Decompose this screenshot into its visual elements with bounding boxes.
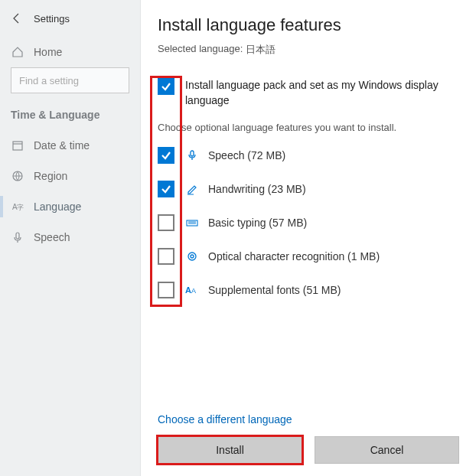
svg-rect-6: [191, 151, 194, 156]
home-icon: [11, 45, 24, 59]
checkbox-basic-typing[interactable]: [158, 214, 174, 231]
checkbox-fonts[interactable]: [158, 282, 174, 298]
sidebar-item-date-time[interactable]: Date & time: [0, 130, 140, 161]
sidebar-item-label: Speech: [34, 231, 70, 243]
checkbox-ocr[interactable]: [158, 248, 174, 265]
sidebar: Settings Home Time & Language Date & tim…: [0, 0, 141, 476]
feature-row-fonts: AA Supplemental fonts (51 MB): [158, 282, 459, 298]
svg-point-11: [188, 253, 196, 260]
back-icon[interactable]: [11, 12, 23, 24]
cancel-button[interactable]: Cancel: [315, 436, 459, 464]
sidebar-item-label: Region: [34, 170, 67, 182]
optional-features-desc: Choose optional language features you wa…: [158, 122, 459, 133]
svg-text:字: 字: [17, 204, 24, 211]
svg-text:A: A: [185, 285, 191, 295]
install-button[interactable]: Install: [158, 436, 302, 464]
selected-language-label: Selected language:: [158, 43, 243, 57]
sidebar-header: Settings: [0, 6, 140, 37]
feature-row-handwriting: Handwriting (23 MB): [158, 181, 459, 197]
primary-option-label: Install language pack and set as my Wind…: [185, 78, 459, 108]
feature-row-basic-typing: Basic typing (57 MB): [158, 214, 459, 231]
language-icon: A字: [11, 200, 24, 214]
sidebar-item-language[interactable]: A字 Language: [0, 191, 140, 222]
sidebar-item-speech[interactable]: Speech: [0, 222, 140, 253]
feature-ocr-icon: [185, 249, 199, 263]
sidebar-item-region[interactable]: Region: [0, 161, 140, 191]
home-label: Home: [34, 46, 62, 58]
svg-rect-0: [13, 142, 22, 150]
search-container: [11, 67, 129, 93]
sidebar-item-label: Language: [34, 201, 81, 213]
sidebar-category: Time & Language: [0, 98, 140, 130]
svg-rect-5: [16, 233, 19, 239]
sidebar-item-label: Date & time: [34, 139, 90, 152]
search-input[interactable]: [11, 67, 129, 93]
checkbox-display-language[interactable]: [158, 78, 174, 95]
feature-label: Handwriting (23 MB): [208, 183, 306, 195]
app-title: Settings: [34, 13, 70, 24]
svg-text:A: A: [191, 287, 196, 295]
checkbox-speech[interactable]: [158, 147, 174, 164]
selected-language-value: 日本語: [246, 43, 275, 57]
choose-different-language-link[interactable]: Choose a different language: [158, 413, 292, 425]
svg-point-12: [191, 255, 194, 258]
selected-language-row: Selected language: 日本語: [158, 43, 459, 57]
footer: Choose a different language Install Canc…: [158, 412, 459, 464]
feature-label: Basic typing (57 MB): [208, 217, 307, 229]
primary-option-row: Install language pack and set as my Wind…: [158, 78, 459, 108]
feature-label: Optical character recognition (1 MB): [208, 250, 380, 262]
checkbox-handwriting[interactable]: [158, 181, 174, 197]
feature-label: Supplemental fonts (51 MB): [208, 284, 341, 296]
mic-icon: [11, 230, 24, 244]
page-title: Install language features: [158, 15, 459, 35]
feature-label: Speech (72 MB): [208, 149, 285, 161]
feature-keyboard-icon: [185, 216, 199, 230]
globe-icon: [11, 169, 24, 183]
feature-row-speech: Speech (72 MB): [158, 147, 459, 164]
main-panel: Install language features Selected langu…: [141, 0, 476, 476]
sidebar-item-home[interactable]: Home: [0, 37, 140, 67]
calendar-icon: [11, 139, 24, 152]
feature-mic-icon: [185, 148, 199, 162]
feature-pen-icon: [185, 182, 199, 196]
button-row: Install Cancel: [158, 436, 459, 464]
feature-fonts-icon: AA: [185, 283, 199, 297]
feature-row-ocr: Optical character recognition (1 MB): [158, 248, 459, 265]
